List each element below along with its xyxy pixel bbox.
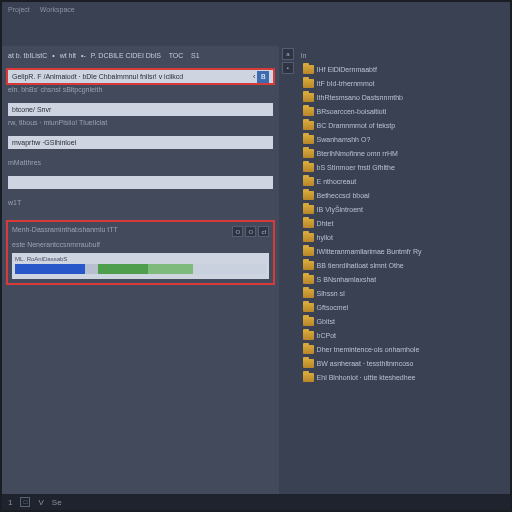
input-value: mvaprhw ·GSlhinloel <box>12 139 76 146</box>
list-item[interactable]: S BNsnhamlaxshat <box>301 273 506 286</box>
file-label: Gbitst <box>317 318 335 325</box>
input-value: btcone/ Snvr <box>12 106 51 113</box>
toolbar-segment[interactable]: wt hlt <box>60 52 76 59</box>
list-item[interactable]: bCPot <box>301 329 506 342</box>
folder-icon <box>303 317 314 326</box>
list-item[interactable]: E nthocreaut <box>301 175 506 188</box>
list-item[interactable]: ItF bId-trhernmmot <box>301 77 506 90</box>
list-item[interactable]: IHf ElDlDernmaabtf <box>301 63 506 76</box>
file-list: IHf ElDlDernmaabtfItF bId-trhernmmotIthR… <box>301 63 506 384</box>
chevron-left-icon[interactable]: ‹ <box>253 73 255 80</box>
status-text: 1 <box>8 498 12 507</box>
folder-icon <box>303 219 314 228</box>
folder-icon <box>303 79 314 88</box>
file-label: ItF bId-trhernmmot <box>317 80 375 87</box>
list-item[interactable]: BW asnheraat · tessthltnmcoso <box>301 357 506 370</box>
panel-label: Menh-Dassraminthabshanmlu tTT <box>12 226 118 237</box>
badge-icon[interactable]: B <box>257 71 269 83</box>
toolbar-segment[interactable]: at b. tbIListC <box>8 52 47 59</box>
file-label: Betheccscl bboal <box>317 192 370 199</box>
folder-icon <box>303 149 314 158</box>
list-item[interactable]: Gftsocmel <box>301 301 506 314</box>
status-bar: 1 □ V Se <box>2 494 510 510</box>
list-item[interactable]: BB tienrdihatioat slmnt Othe <box>301 259 506 272</box>
folder-icon <box>303 135 314 144</box>
list-item[interactable]: Betheccscl bboal <box>301 189 506 202</box>
folder-icon <box>303 275 314 284</box>
search-input-1[interactable]: GellpR. F /Anlmaiodt · bDle Chbalmmnul f… <box>8 70 273 83</box>
titlebar-item[interactable]: Workspace <box>40 6 75 13</box>
list-item[interactable]: bS StInmoer fnstl Gfhlthe <box>301 161 506 174</box>
folder-icon <box>303 359 314 368</box>
input-value: GellpR. F /Anlmaiodt · bDle Chbalmmnul f… <box>12 73 183 80</box>
panel-sublabel: este Nenerantccsnmrraubulf <box>12 240 269 249</box>
hint-label: mMatthres <box>8 158 273 167</box>
list-item[interactable]: Dher tnemintence·ols onhamhole <box>301 343 506 356</box>
input-row-4[interactable] <box>8 176 273 189</box>
main-area: at b. tbIListC • wt hlt •- P. DCBILE ClD… <box>2 46 510 494</box>
toolbar-segment[interactable]: S1 <box>191 52 200 59</box>
file-label: Slhssn sI <box>317 290 345 297</box>
list-item[interactable]: BRsoarccen-boisaltiotl <box>301 105 506 118</box>
folder-icon <box>303 107 314 116</box>
list-item[interactable]: Ehl Blnhoniot · uttte kteshedhee <box>301 371 506 384</box>
list-item[interactable]: IB VlyŠintroent <box>301 203 506 216</box>
folder-icon <box>303 163 314 172</box>
file-tree-pane: In IHf ElDlDernmaabtfItF bId-trhernmmotI… <box>297 46 510 494</box>
list-item[interactable]: IthRtesmsano Dastsnnmthb <box>301 91 506 104</box>
folder-icon <box>303 121 314 130</box>
list-item[interactable]: Slhssn sI <box>301 287 506 300</box>
list-item[interactable]: Dhtet <box>301 217 506 230</box>
folder-icon <box>303 65 314 74</box>
status-icon[interactable]: □ <box>20 497 30 507</box>
separator-icon: • <box>52 52 54 59</box>
status-text: V <box>38 498 43 507</box>
file-label: bCPot <box>317 332 336 339</box>
input-row-3[interactable]: mvaprhw ·GSlhinloel <box>8 136 273 149</box>
hint-label: w1T <box>8 198 273 207</box>
titlebar-item[interactable]: Project <box>8 6 30 13</box>
folder-icon <box>303 191 314 200</box>
folder-icon <box>303 289 314 298</box>
gutter-tool[interactable]: • <box>282 62 294 74</box>
folder-icon <box>303 205 314 214</box>
panel-button[interactable]: O <box>245 226 256 237</box>
timeline-track[interactable] <box>15 264 266 274</box>
file-label: BRsoarccen-boisaltiotl <box>317 108 387 115</box>
timeline-segment-green[interactable] <box>148 264 193 274</box>
timeline-segment-blue[interactable] <box>15 264 85 274</box>
file-label: IHf ElDlDernmaabtf <box>317 66 377 73</box>
file-label: IWltteranmamllarimae Buntmfr Ry <box>317 248 422 255</box>
folder-icon <box>303 261 314 270</box>
list-item[interactable]: Swanhamshh O? <box>301 133 506 146</box>
file-label: BB tienrdihatioat slmnt Othe <box>317 262 404 269</box>
file-label: BC Dramnmmot of tekstp <box>317 122 396 129</box>
hint-label: eln. bhBs' chsnst sBltpcgnleith <box>8 85 273 94</box>
list-item[interactable]: IWltteranmamllarimae Buntmfr Ry <box>301 245 506 258</box>
file-label: Gftsocmel <box>317 304 349 311</box>
timeline-segment-green[interactable] <box>98 264 148 274</box>
list-item[interactable]: BC Dramnmmot of tekstp <box>301 119 506 132</box>
hint-label: rw, tlbous · miunPlsiio! TlueIlciat <box>8 118 273 127</box>
highlighted-panel: Menh-Dassraminthabshanmlu tTT O O cf est… <box>8 222 273 283</box>
folder-icon <box>303 331 314 340</box>
list-item[interactable]: Gbitst <box>301 315 506 328</box>
list-item[interactable]: hyllot <box>301 231 506 244</box>
file-label: E nthocreaut <box>317 178 357 185</box>
gutter-tool[interactable]: a <box>282 48 294 60</box>
toolbar-segment[interactable]: P. DCBILE ClDEI DblS <box>91 52 161 59</box>
timeline[interactable]: ML. RoAnlDassabS <box>12 253 269 279</box>
file-label: Dher tnemintence·ols onhamhole <box>317 346 420 353</box>
file-label: bS StInmoer fnstl Gfhlthe <box>317 164 395 171</box>
folder-icon <box>303 233 314 242</box>
pane-title: In <box>301 50 506 63</box>
folder-icon <box>303 93 314 102</box>
file-label: Swanhamshh O? <box>317 136 371 143</box>
file-label: IthRtesmsano Dastsnnmthb <box>317 94 403 101</box>
file-label: Ehl Blnhoniot · uttte kteshedhee <box>317 374 416 381</box>
panel-button[interactable]: O <box>232 226 243 237</box>
input-row-2[interactable]: btcone/ Snvr <box>8 103 273 116</box>
panel-button[interactable]: cf <box>258 226 269 237</box>
list-item[interactable]: BterlhNmofinne omn rrHM <box>301 147 506 160</box>
toolbar-segment[interactable]: TOC <box>169 52 184 59</box>
